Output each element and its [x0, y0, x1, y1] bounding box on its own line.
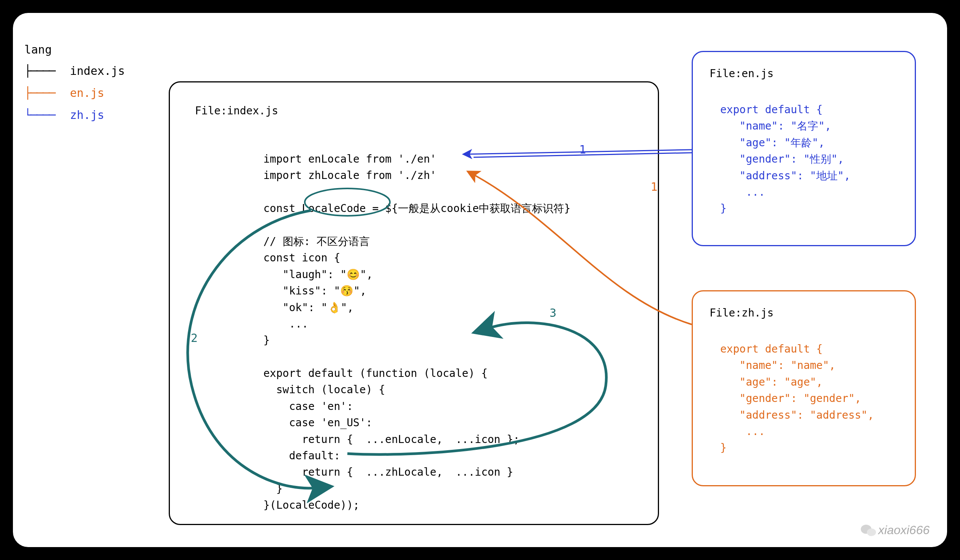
file-code: export default { "name": "name", "age": …	[720, 341, 874, 456]
arrow-label-loop-up: 3	[550, 306, 557, 320]
file-title: File:zh.js	[710, 307, 774, 319]
watermark-text: xiaoxi666	[878, 523, 930, 537]
tree-item-label: en.js	[70, 83, 104, 103]
tree-item-label: zh.js	[70, 105, 104, 125]
tree-item-en: ├──── en.js	[24, 82, 125, 104]
tree-item-zh: └──── zh.js	[24, 104, 125, 126]
tree-item-index: ├──── index.js	[24, 60, 125, 82]
arrow-label-loop-down: 2	[191, 331, 198, 345]
tree-branch-glyph: ├────	[24, 61, 66, 81]
file-code: import enLocale from './en' import zhLoc…	[263, 151, 570, 514]
file-box-en: File:en.js export default { "name": "名字"…	[692, 51, 916, 246]
diagram-canvas: lang ├──── index.js ├──── en.js └──── zh…	[13, 13, 947, 547]
arrow-label-zh: 1	[651, 180, 658, 194]
file-title: File:en.js	[710, 67, 774, 80]
file-title: File:index.js	[195, 104, 278, 117]
tree-item-label: index.js	[70, 61, 125, 81]
tree-branch-glyph: ├────	[24, 83, 66, 103]
file-code: export default { "name": "名字", "age": "年…	[720, 101, 851, 217]
tree-root-label: lang	[24, 40, 125, 60]
wechat-icon	[861, 524, 876, 537]
svg-point-1	[867, 528, 876, 536]
tree-branch-glyph: └────	[24, 105, 66, 125]
watermark: xiaoxi666	[861, 523, 930, 537]
arrow-label-en: 1	[579, 143, 586, 156]
file-tree: lang ├──── index.js ├──── en.js └──── zh…	[24, 40, 125, 126]
file-box-zh: File:zh.js export default { "name": "nam…	[692, 290, 916, 486]
